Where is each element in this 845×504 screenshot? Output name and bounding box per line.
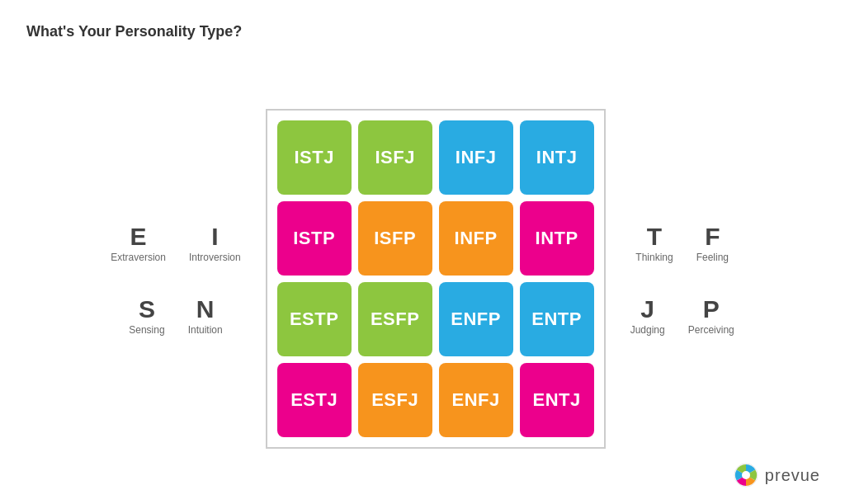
- right-legend: T Thinking F Feeling J Judging P Perceiv…: [630, 222, 734, 337]
- sensing-item: S Sensing: [129, 294, 164, 336]
- e-letter: E: [130, 222, 147, 252]
- extraversion-label: Extraversion: [111, 252, 166, 263]
- prevue-logo-icon: [734, 463, 758, 488]
- feeling-item: F Feeling: [696, 222, 729, 263]
- type-cell-esfp: ESFP: [358, 282, 432, 356]
- type-cell-estj: ESTJ: [277, 363, 352, 437]
- type-cell-isfj: ISFJ: [358, 120, 432, 195]
- left-legend: E Extraversion I Introversion S Sensing …: [111, 222, 240, 337]
- sensing-label: Sensing: [129, 324, 164, 336]
- i-letter: I: [211, 222, 218, 252]
- type-cell-istp: ISTP: [277, 201, 352, 276]
- type-cell-estp: ESTP: [277, 282, 352, 356]
- p-letter: P: [703, 294, 720, 324]
- f-letter: F: [705, 222, 720, 252]
- type-cell-infj: INFJ: [439, 120, 513, 195]
- type-cell-esfj: ESFJ: [358, 363, 432, 437]
- type-cell-isfp: ISFP: [358, 201, 432, 276]
- judging-item: J Judging: [630, 294, 665, 336]
- personality-grid: ISTJISFJINFJINTJISTPISFPINFPINTPESTPESFP…: [266, 109, 606, 449]
- type-cell-entj: ENTJ: [520, 363, 594, 437]
- jp-legend-group: J Judging P Perceiving: [630, 294, 734, 336]
- extraversion-item: E Extraversion: [111, 222, 166, 263]
- type-cell-enfp: ENFP: [439, 282, 513, 356]
- t-letter: T: [647, 222, 662, 252]
- svg-point-1: [742, 471, 750, 479]
- perceiving-item: P Perceiving: [688, 294, 734, 336]
- ei-legend-group: E Extraversion I Introversion: [111, 222, 240, 263]
- type-cell-istj: ISTJ: [277, 120, 352, 195]
- introversion-item: I Introversion: [189, 222, 241, 263]
- j-letter: J: [640, 294, 654, 324]
- type-cell-intj: INTJ: [520, 120, 594, 195]
- prevue-logo-text: prevue: [765, 466, 820, 485]
- thinking-item: T Thinking: [635, 222, 673, 263]
- thinking-label: Thinking: [635, 252, 673, 263]
- perceiving-label: Perceiving: [688, 324, 734, 336]
- judging-label: Judging: [630, 324, 665, 336]
- prevue-logo: prevue: [734, 463, 820, 488]
- sn-legend-group: S Sensing N Intuition: [129, 294, 222, 336]
- s-letter: S: [139, 294, 155, 324]
- type-cell-intp: INTP: [520, 201, 594, 276]
- introversion-label: Introversion: [189, 252, 241, 263]
- type-cell-infp: INFP: [439, 201, 513, 276]
- page-title: What's Your Personality Type?: [26, 23, 242, 40]
- type-cell-entp: ENTP: [520, 282, 594, 356]
- type-cell-enfj: ENFJ: [439, 363, 513, 437]
- feeling-label: Feeling: [696, 252, 729, 263]
- intuition-label: Intuition: [188, 324, 223, 336]
- tf-legend-group: T Thinking F Feeling: [635, 222, 729, 263]
- intuition-item: N Intuition: [188, 294, 223, 336]
- n-letter: N: [196, 294, 215, 324]
